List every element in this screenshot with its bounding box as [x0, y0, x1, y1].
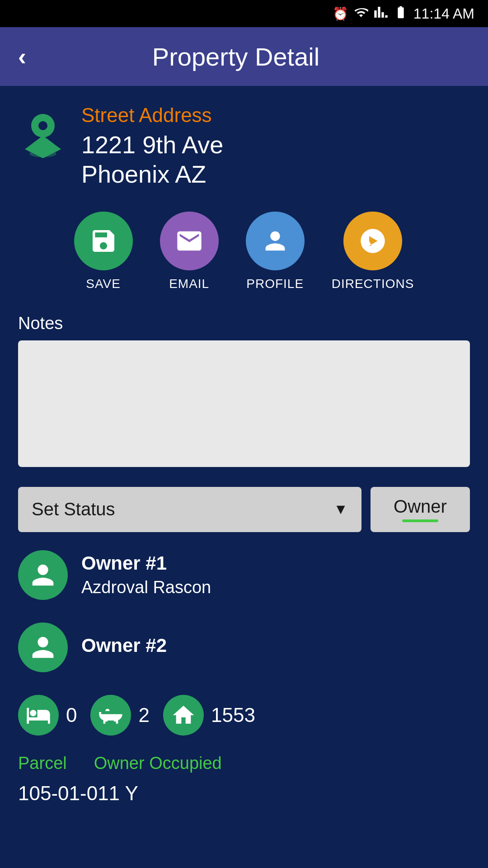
save-button[interactable]: SAVE: [74, 212, 133, 291]
email-button[interactable]: EMAIL: [160, 212, 219, 291]
save-circle: [74, 212, 133, 270]
owner-tab-underline: [402, 519, 438, 522]
owner-2-title: Owner #2: [81, 635, 167, 656]
profile-label: PROFILE: [246, 277, 304, 291]
address-line2: Phoenix AZ: [81, 160, 470, 189]
bath-icon: [98, 703, 123, 728]
svg-point-2: [29, 150, 56, 157]
directions-circle: [343, 212, 402, 270]
address-section: Street Address 1221 9th Ave Phoenix AZ: [18, 104, 470, 189]
owner-tab-label: Owner: [394, 496, 447, 517]
owner-tab[interactable]: Owner: [371, 487, 470, 532]
location-icon: [18, 108, 68, 158]
house-icon-circle: [163, 695, 204, 736]
owner-2-avatar-icon: [27, 632, 59, 663]
profile-button[interactable]: PROFILE: [246, 212, 305, 291]
owner-1-info: Owner #1 Azdroval Rascon: [81, 552, 211, 597]
sqft-stat: 1553: [163, 695, 255, 736]
owner-1-avatar: [18, 550, 68, 600]
bath-icon-circle: [90, 695, 131, 736]
clock: 11:14 AM: [413, 5, 474, 22]
house-icon: [171, 703, 196, 728]
wifi-icon: [354, 5, 368, 23]
profile-circle: [246, 212, 305, 270]
baths-value: 2: [138, 704, 149, 726]
directions-icon: [358, 226, 387, 255]
parcel-label: Parcel: [18, 754, 67, 773]
address-line1: 1221 9th Ave: [81, 130, 470, 160]
beds-value: 0: [66, 704, 77, 726]
email-icon: [175, 226, 204, 255]
set-status-dropdown[interactable]: Set Status ▼: [18, 487, 361, 532]
owner-occupied-label: Owner Occupied: [94, 754, 222, 773]
alarm-icon: ⏰: [333, 6, 348, 21]
address-label: Street Address: [81, 104, 470, 127]
owner-1-name: Azdroval Rascon: [81, 578, 211, 597]
save-icon: [89, 226, 118, 255]
battery-icon: [394, 5, 408, 23]
owner-2-item: Owner #2: [18, 623, 470, 672]
owner-2-avatar: [18, 623, 68, 672]
main-content: Street Address 1221 9th Ave Phoenix AZ S…: [0, 86, 488, 841]
owner-2-info: Owner #2: [81, 635, 167, 660]
page-title: Property Detail: [40, 42, 432, 71]
email-circle: [160, 212, 219, 270]
parcel-values: 105-01-011 Y: [18, 782, 470, 805]
address-text: Street Address 1221 9th Ave Phoenix AZ: [81, 104, 470, 189]
signal-icon: [374, 5, 388, 23]
notes-textarea[interactable]: [18, 340, 470, 467]
parcel-row: Parcel Owner Occupied: [18, 754, 470, 773]
bed-icon-circle: [18, 695, 59, 736]
svg-point-1: [38, 121, 47, 130]
sqft-value: 1553: [211, 704, 255, 726]
bed-icon: [26, 703, 51, 728]
email-label: EMAIL: [169, 277, 209, 291]
save-label: SAVE: [86, 277, 121, 291]
status-row: Set Status ▼ Owner: [18, 487, 470, 532]
baths-stat: 2: [90, 695, 149, 736]
beds-stat: 0: [18, 695, 77, 736]
header: ‹ Property Detail: [0, 27, 488, 86]
owner-1-title: Owner #1: [81, 552, 211, 574]
set-status-label: Set Status: [32, 499, 115, 519]
parcel-value: 105-01-011 Y: [18, 782, 138, 805]
dropdown-arrow-icon: ▼: [333, 501, 348, 518]
back-button[interactable]: ‹: [18, 44, 26, 69]
action-buttons: SAVE EMAIL PROFILE DIRECTIONS: [18, 212, 470, 291]
status-bar: ⏰ 11:14 AM: [0, 0, 488, 27]
status-icons: ⏰ 11:14 AM: [333, 5, 474, 23]
owner-1-item: Owner #1 Azdroval Rascon: [18, 550, 470, 600]
owner-1-avatar-icon: [27, 559, 59, 591]
stats-row: 0 2 1553: [18, 695, 470, 736]
directions-button[interactable]: DIRECTIONS: [332, 212, 414, 291]
profile-icon: [261, 226, 290, 255]
notes-label: Notes: [18, 314, 470, 333]
directions-label: DIRECTIONS: [332, 277, 414, 291]
